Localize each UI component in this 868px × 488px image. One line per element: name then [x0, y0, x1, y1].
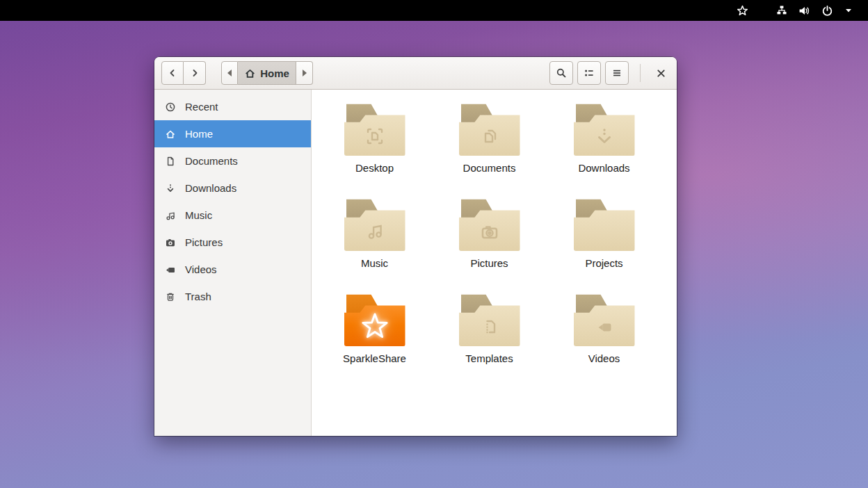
close-button[interactable] [652, 64, 670, 82]
folder-grid: Desktop Documents Downloads [317, 101, 677, 387]
sidebar-item-label: Music [185, 209, 212, 221]
close-icon [656, 68, 666, 79]
folder-item-videos[interactable]: Videos [547, 291, 661, 387]
hamburger-icon [611, 67, 622, 79]
network-icon[interactable] [771, 0, 793, 21]
music-note-icon [165, 210, 176, 221]
sidebar-item-label: Downloads [185, 182, 236, 194]
menu-button[interactable] [605, 61, 629, 85]
videos-emblem-icon [592, 314, 617, 339]
home-icon [244, 67, 256, 79]
path-current-label: Home [260, 67, 289, 79]
folder-item-projects[interactable]: Projects [547, 196, 661, 291]
download-icon [165, 183, 176, 194]
window-content: Recent Home Documents Downloads Music Pi [154, 90, 677, 436]
folder-icon [344, 101, 405, 156]
sidebar-item-recent[interactable]: Recent [154, 93, 311, 120]
folder-label: Pictures [470, 257, 508, 269]
folder-label: SparkleShare [343, 352, 406, 364]
folder-item-documents[interactable]: Documents [432, 101, 547, 196]
folder-item-templates[interactable]: Templates [432, 291, 547, 387]
window-titlebar[interactable]: Home [154, 57, 677, 90]
titlebar-actions [549, 61, 670, 85]
home-icon [165, 129, 176, 140]
sidebar-item-videos[interactable]: Videos [154, 256, 311, 283]
folder-item-downloads[interactable]: Downloads [547, 101, 661, 196]
folder-icon [574, 101, 635, 156]
titlebar-separator [640, 64, 641, 82]
forward-button[interactable] [184, 61, 206, 85]
camera-emblem-icon [476, 219, 503, 245]
folder-icon [574, 291, 635, 346]
sidebar-item-documents[interactable]: Documents [154, 147, 311, 174]
sidebar-item-label: Trash [185, 291, 211, 302]
folder-label: Videos [588, 352, 620, 364]
templates-emblem-icon [477, 314, 502, 339]
sidebar-item-label: Home [185, 128, 213, 140]
folder-icon [459, 291, 520, 346]
folder-item-pictures[interactable]: Pictures [432, 196, 547, 291]
path-back-button[interactable] [221, 61, 238, 85]
triangle-right-icon [303, 70, 307, 76]
star-icon[interactable] [731, 0, 754, 21]
star-emblem-icon [360, 311, 390, 341]
trash-icon [165, 291, 176, 302]
back-button[interactable] [161, 61, 184, 85]
document-icon [165, 156, 176, 167]
documents-emblem-icon [477, 124, 502, 149]
folder-item-music[interactable]: Music [317, 196, 432, 291]
downloads-emblem-icon [592, 124, 617, 149]
list-view-icon [584, 67, 595, 79]
folder-label: Music [361, 257, 388, 269]
music-emblem-icon [362, 219, 387, 244]
top-system-bar [0, 0, 868, 21]
sidebar-item-label: Recent [185, 101, 218, 113]
sidebar-item-downloads[interactable]: Downloads [154, 174, 311, 202]
power-icon[interactable] [816, 0, 839, 21]
folder-label: Projects [585, 257, 622, 269]
folder-icon [344, 196, 405, 251]
sidebar-item-label: Videos [185, 263, 217, 275]
camera-icon [165, 237, 176, 248]
video-camera-icon [165, 264, 176, 275]
folder-icon [344, 291, 405, 346]
sidebar-item-music[interactable]: Music [154, 202, 311, 229]
folder-label: Desktop [355, 162, 394, 174]
sidebar-item-label: Pictures [185, 236, 223, 248]
desktop-emblem-icon [362, 124, 387, 149]
folder-icon [459, 196, 520, 251]
sidebar-item-pictures[interactable]: Pictures [154, 229, 311, 256]
file-view: Desktop Documents Downloads [312, 90, 677, 436]
folder-label: Downloads [578, 162, 629, 174]
sidebar-item-trash[interactable]: Trash [154, 283, 311, 310]
folder-label: Documents [463, 162, 516, 174]
search-button[interactable] [549, 61, 573, 85]
file-manager-window: Home Recent [154, 57, 677, 436]
view-list-button[interactable] [577, 61, 601, 85]
history-nav-group [161, 61, 206, 85]
path-forward-button[interactable] [296, 61, 313, 85]
caret-down-icon[interactable] [839, 0, 858, 21]
path-segment-home[interactable]: Home [238, 61, 296, 85]
places-sidebar: Recent Home Documents Downloads Music Pi [154, 90, 312, 436]
sidebar-item-home[interactable]: Home [154, 120, 311, 147]
sidebar-item-label: Documents [185, 155, 238, 167]
folder-item-sparkleshare[interactable]: SparkleShare [317, 291, 432, 387]
folder-icon [574, 196, 635, 251]
folder-item-desktop[interactable]: Desktop [317, 101, 432, 196]
triangle-left-icon [227, 70, 232, 76]
clock-icon [165, 101, 176, 113]
folder-icon [459, 101, 520, 156]
search-icon [556, 67, 567, 79]
path-bar: Home [221, 61, 313, 85]
volume-icon[interactable] [793, 0, 816, 21]
folder-label: Templates [465, 352, 513, 364]
